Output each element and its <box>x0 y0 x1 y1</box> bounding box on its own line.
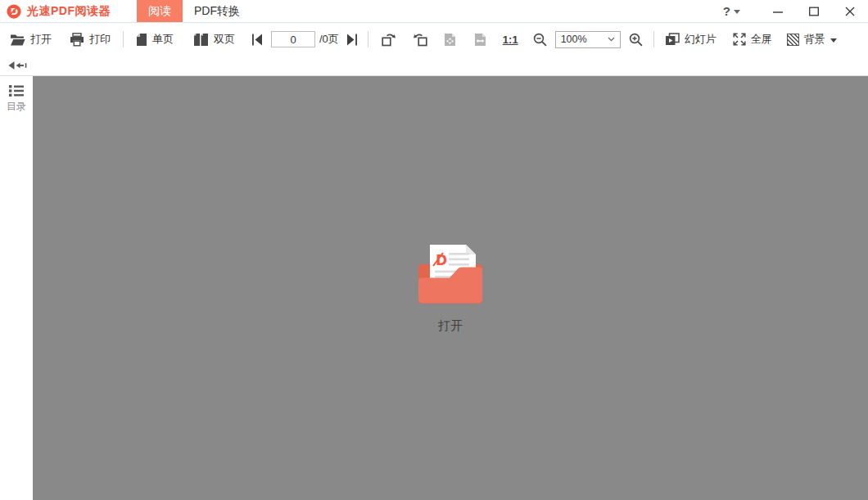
collapse-left-icon <box>8 61 27 70</box>
background-label: 背景 <box>804 32 825 47</box>
background-button[interactable]: 背景 <box>787 32 837 47</box>
minimize-button[interactable] <box>760 0 796 22</box>
app-window: D 光速PDF阅读器 阅读 PDF转换 ? <box>0 0 868 500</box>
subbar <box>0 56 868 76</box>
first-page-icon <box>251 34 263 46</box>
zoom-out-icon <box>533 33 547 47</box>
sidebar-item-toc[interactable]: 目录 <box>7 84 26 114</box>
toolbar: 打开 打印 单页 双页 <box>0 23 868 56</box>
rotate-right-icon <box>382 33 396 47</box>
zoom-in-button[interactable] <box>629 33 643 47</box>
caret-down-icon <box>734 10 740 14</box>
slideshow-icon <box>665 33 680 46</box>
open-file-target[interactable]: D 打开 <box>418 243 482 334</box>
help-menu-button[interactable]: ? <box>715 0 748 22</box>
content-area: 目录 D <box>0 76 868 500</box>
open-file-label: 打开 <box>438 318 463 334</box>
zoom-in-icon <box>629 33 643 47</box>
zoom-level-value: 100% <box>561 34 587 45</box>
fullscreen-icon <box>733 33 746 46</box>
fullscreen-label: 全屏 <box>751 32 772 47</box>
titlebar: D 光速PDF阅读器 阅读 PDF转换 ? <box>0 0 868 23</box>
brand: D 光速PDF阅读器 <box>0 0 111 22</box>
background-swatch-icon <box>787 34 799 46</box>
zoom-level-select[interactable]: 100% <box>555 31 621 48</box>
printer-icon <box>70 33 84 47</box>
fit-width-button[interactable] <box>474 33 486 47</box>
fit-page-button[interactable] <box>444 33 456 47</box>
double-page-label: 双页 <box>214 32 235 47</box>
titlebar-controls: ? <box>715 0 868 22</box>
slideshow-button[interactable]: 幻灯片 <box>665 32 717 47</box>
print-button-label: 打印 <box>89 32 111 47</box>
caret-down-icon <box>830 38 837 43</box>
rotate-left-icon <box>413 33 427 47</box>
document-canvas: D 打开 <box>33 76 868 500</box>
fit-width-icon <box>474 33 486 47</box>
help-label: ? <box>723 4 730 18</box>
single-page-button[interactable]: 单页 <box>136 32 174 47</box>
page-total-label: /0页 <box>319 32 339 47</box>
fit-page-icon <box>444 33 456 47</box>
double-page-icon <box>193 33 209 47</box>
last-page-icon <box>346 34 358 46</box>
maximize-icon <box>809 7 819 16</box>
tab-reading[interactable]: 阅读 <box>137 0 183 22</box>
folder-open-icon <box>10 33 25 47</box>
svg-text:D: D <box>11 7 18 17</box>
collapse-sidebar-button[interactable] <box>8 61 27 70</box>
first-page-button[interactable] <box>251 34 263 46</box>
close-icon <box>845 7 855 16</box>
app-logo-icon: D <box>7 4 21 19</box>
page-number-input[interactable] <box>271 31 315 47</box>
app-title: 光速PDF阅读器 <box>27 4 111 19</box>
rotate-left-button[interactable] <box>413 33 427 47</box>
double-page-button[interactable]: 双页 <box>193 32 235 47</box>
zoom-out-button[interactable] <box>533 33 547 47</box>
toolbar-divider <box>653 31 654 47</box>
last-page-button[interactable] <box>346 34 358 46</box>
single-page-label: 单页 <box>152 32 174 47</box>
toc-list-icon <box>8 84 25 97</box>
close-button[interactable] <box>832 0 868 22</box>
open-folder-illustration: D <box>418 243 482 304</box>
toolbar-divider <box>123 31 124 47</box>
print-button[interactable]: 打印 <box>70 32 111 47</box>
rotate-right-button[interactable] <box>382 33 396 47</box>
tab-pdf-convert[interactable]: PDF转换 <box>183 0 251 22</box>
maximize-button[interactable] <box>796 0 832 22</box>
sidebar: 目录 <box>0 76 33 500</box>
slideshow-label: 幻灯片 <box>685 32 717 47</box>
fullscreen-button[interactable]: 全屏 <box>733 32 772 47</box>
toolbar-divider <box>368 31 368 47</box>
main-tabs: 阅读 PDF转换 <box>137 0 251 22</box>
chevron-down-icon <box>608 37 615 42</box>
single-page-icon <box>136 33 147 47</box>
minimize-icon <box>773 7 783 16</box>
actual-size-label: 1:1 <box>503 34 518 46</box>
open-button-label: 打开 <box>30 32 52 47</box>
toc-label: 目录 <box>7 100 26 114</box>
open-button[interactable]: 打开 <box>10 32 52 47</box>
actual-size-button[interactable]: 1:1 <box>503 34 518 46</box>
